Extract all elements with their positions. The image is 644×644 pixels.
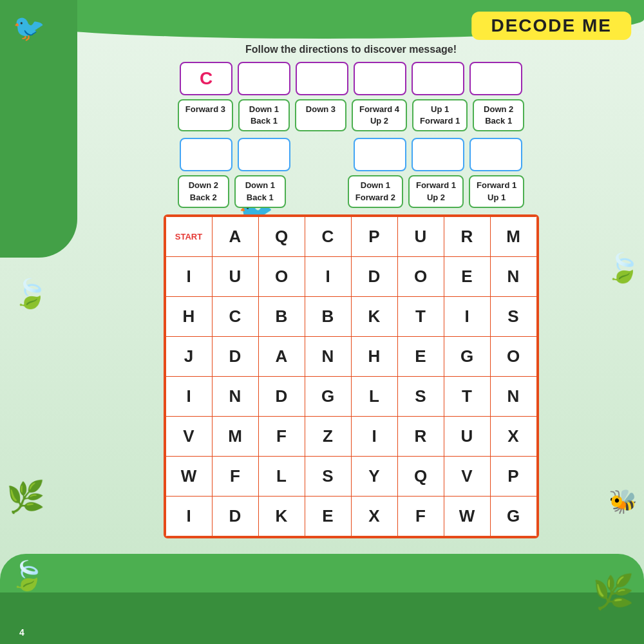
title-area: DECODE ME (71, 6, 631, 40)
answer-box-1-6[interactable] (469, 62, 522, 95)
grid-container: STARTAQCPURMIUOIDOENHCBBKTISJDANHEGOINDG… (164, 214, 539, 538)
direction-row-1: Forward 3 Down 1Back 1 Down 3 Forward 4U… (71, 99, 631, 131)
answer-box-1-1[interactable]: C (180, 62, 232, 95)
grid-cell: O (397, 256, 444, 296)
grid-cell: L (258, 456, 305, 496)
grid-cell: V (166, 416, 212, 456)
grid-cell: M (212, 416, 258, 456)
grid-cell: A (258, 336, 305, 376)
grid-cell: W (444, 496, 490, 536)
grid-cell: D (212, 496, 258, 536)
answer-box-1-2[interactable] (238, 62, 290, 95)
grid-cell: K (351, 296, 397, 336)
answer-box-2-4[interactable] (354, 138, 406, 171)
grid-cell: I (166, 256, 212, 296)
grid-cell: K (258, 496, 305, 536)
grid-cell: O (490, 336, 536, 376)
dir-btn-1-2: Down 1Back 1 (238, 99, 290, 131)
grid-cell: V (444, 456, 490, 496)
spacer-2-3 (296, 138, 348, 171)
dir-btn-2-2: Down 1Back 1 (234, 175, 286, 207)
grid-cell: F (397, 496, 444, 536)
dir-btn-1-1: Forward 3 (178, 99, 233, 131)
bird-top-icon: 🐦 (13, 13, 45, 43)
grid-cell: I (444, 296, 490, 336)
grid-cell: Q (397, 456, 444, 496)
answer-row-1: C (71, 62, 631, 95)
grid-cell: P (490, 456, 536, 496)
grid-cell: N (490, 256, 536, 296)
subtitle: Follow the directions to discover messag… (71, 44, 631, 55)
grid-cell: E (305, 496, 351, 536)
dir-btn-2-1: Down 2Back 2 (178, 175, 229, 207)
dir-btn-1-4: Forward 4Up 2 (352, 99, 407, 131)
answer-box-2-5[interactable] (412, 138, 464, 171)
grid-cell: Z (305, 416, 351, 456)
leaf-left-low-icon: 🌿 (6, 479, 45, 515)
answer-box-2-2[interactable] (238, 138, 290, 171)
start-cell: START (166, 216, 212, 256)
dir-btn-1-3: Down 3 (295, 99, 346, 131)
grid-cell: G (490, 496, 536, 536)
leaf-left-mid-icon: 🍃 (13, 277, 48, 310)
main-content: DECODE ME Follow the directions to disco… (71, 6, 631, 638)
answer-box-1-4[interactable] (354, 62, 406, 95)
grid-cell: U (397, 216, 444, 256)
grid-cell: L (351, 376, 397, 416)
grid-cell: J (166, 336, 212, 376)
grid-cell: F (258, 416, 305, 456)
grid-cell: T (444, 376, 490, 416)
answer-box-1-3[interactable] (296, 62, 348, 95)
grid-cell: N (212, 376, 258, 416)
grid-cell: R (444, 216, 490, 256)
grid-cell: F (212, 456, 258, 496)
grid-cell: A (212, 216, 258, 256)
grid-cell: T (397, 296, 444, 336)
grid-cell: S (397, 376, 444, 416)
grid-cell: H (166, 296, 212, 336)
grid-wrapper: STARTAQCPURMIUOIDOENHCBBKTISJDANHEGOINDG… (71, 214, 631, 538)
grid-cell: D (258, 376, 305, 416)
page: 🐦 🦋 🐦 🍃 🐝 🌿 🍃 🌿 🍃 DECODE ME Follow the d… (0, 0, 644, 644)
answer-box-1-5[interactable] (412, 62, 464, 95)
grid-cell: C (305, 216, 351, 256)
title-box: DECODE ME (471, 12, 631, 40)
dir-btn-2-4: Down 1Forward 2 (348, 175, 403, 207)
dir-btn-2-5: Forward 1Up 2 (408, 175, 464, 207)
grid-cell: M (490, 216, 536, 256)
answer-box-2-6[interactable] (469, 138, 522, 171)
grid-cell: E (444, 256, 490, 296)
grid-cell: I (166, 376, 212, 416)
grid-cell: O (258, 256, 305, 296)
dir-btn-1-6: Down 2Back 1 (473, 99, 524, 131)
grid-cell: Q (258, 216, 305, 256)
grid-cell: E (397, 336, 444, 376)
grid-cell: U (212, 256, 258, 296)
grid-cell: H (351, 336, 397, 376)
grid-cell: N (490, 376, 536, 416)
grid-cell: G (305, 376, 351, 416)
grid-cell: R (397, 416, 444, 456)
dir-btn-1-5: Up 1Forward 1 (412, 99, 468, 131)
grid-cell: C (212, 296, 258, 336)
dir-btn-2-6: Forward 1Up 1 (469, 175, 524, 207)
grid-cell: S (305, 456, 351, 496)
grid-cell: B (305, 296, 351, 336)
letter-grid: STARTAQCPURMIUOIDOENHCBBKTISJDANHEGOINDG… (166, 216, 537, 536)
leaf-left-bot-icon: 🍃 (10, 559, 45, 592)
grid-cell: Y (351, 456, 397, 496)
grid-cell: S (490, 296, 536, 336)
direction-row-2: Down 2Back 2 Down 1Back 1 Down 1Forward … (71, 175, 631, 207)
answer-box-2-1[interactable] (180, 138, 232, 171)
grid-cell: I (305, 256, 351, 296)
grid-cell: X (490, 416, 536, 456)
page-title: DECODE ME (491, 15, 612, 35)
answer-row-2 (71, 138, 631, 171)
grid-cell: U (444, 416, 490, 456)
grid-cell: I (351, 416, 397, 456)
grid-cell: P (351, 216, 397, 256)
grid-cell: D (212, 336, 258, 376)
grid-cell: B (258, 296, 305, 336)
grid-cell: N (305, 336, 351, 376)
grid-cell: G (444, 336, 490, 376)
